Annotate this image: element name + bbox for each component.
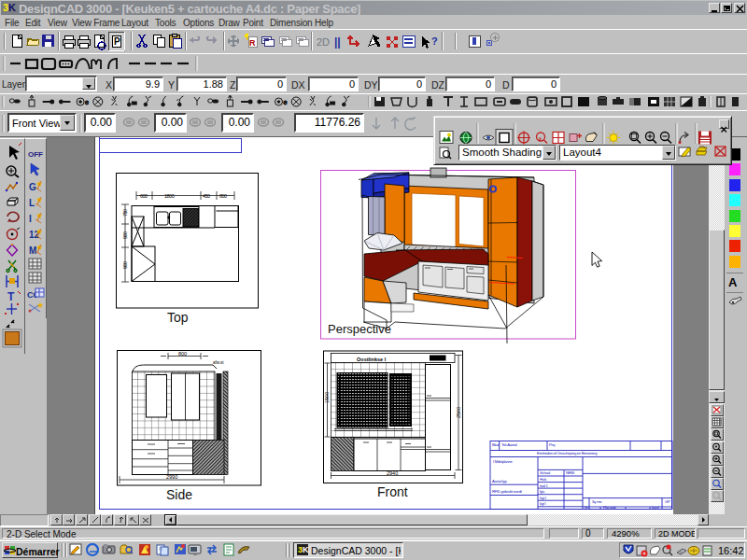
svg-text:600: 600 — [140, 193, 148, 199]
svg-text:NRM: NRM — [566, 470, 574, 475]
svg-text:||: || — [334, 35, 341, 49]
svg-text:afw.st: afw.st — [213, 360, 224, 365]
svg-text:a: a — [539, 135, 543, 141]
svg-text:I Mde/planne: I Mde/planne — [493, 459, 514, 464]
svg-text:Iwd 1: Iwd 1 — [540, 483, 548, 488]
svg-text:lgt+: lgt+ — [540, 489, 546, 494]
svg-text:2990: 2990 — [166, 474, 177, 480]
svg-text:Huls: Huls — [540, 477, 546, 482]
svg-text:Top: Top — [167, 310, 189, 325]
svg-text:hgt I: hgt I — [540, 496, 546, 500]
svg-text:900: 900 — [122, 261, 128, 269]
svg-text:Proj: Proj — [549, 442, 556, 447]
svg-text:2940: 2940 — [387, 470, 398, 476]
svg-text:Side: Side — [166, 487, 192, 502]
svg-text:Blad: Blad — [492, 442, 500, 447]
svg-text:RFID gebruikt wordt: RFID gebruikt wordt — [492, 489, 523, 494]
svg-text:800: 800 — [219, 193, 227, 199]
svg-text:R: R — [249, 38, 256, 48]
svg-text:kgt I: kgt I — [540, 501, 546, 506]
svg-text:GP: GP — [665, 499, 670, 504]
svg-text:Eenheden of Omschrijving en Be: Eenheden of Omschrijving en Benaming — [537, 451, 598, 455]
svg-text:Fkg watr: Fkg watr — [603, 505, 617, 510]
svg-text:P: P — [114, 36, 120, 47]
svg-text:1800: 1800 — [164, 193, 175, 199]
svg-text:Schaal: Schaal — [540, 470, 550, 475]
svg-text:2D: 2D — [317, 36, 330, 48]
svg-text:e: e — [284, 99, 288, 105]
svg-text:750: 750 — [122, 209, 128, 217]
svg-text:Front: Front — [377, 484, 408, 499]
svg-text:Sy me: Sy me — [592, 499, 602, 504]
svg-text:800: 800 — [178, 351, 187, 357]
svg-text:e: e — [85, 99, 89, 105]
svg-text:900: 900 — [122, 231, 128, 239]
svg-text:Tek Aantal: Tek Aantal — [501, 442, 517, 447]
svg-text:M...: M... — [585, 505, 590, 510]
svg-text:2500: 2500 — [456, 407, 461, 418]
svg-text:Aantal typ: Aantal typ — [492, 479, 508, 483]
svg-text:?: ? — [431, 35, 438, 47]
svg-text:kgml: kgml — [652, 505, 659, 510]
svg-text:Perspective: Perspective — [328, 322, 391, 336]
svg-text:1500: 1500 — [324, 392, 330, 403]
svg-text:Oostlinkse I: Oostlinkse I — [357, 357, 387, 362]
svg-text:450: 450 — [203, 193, 210, 199]
